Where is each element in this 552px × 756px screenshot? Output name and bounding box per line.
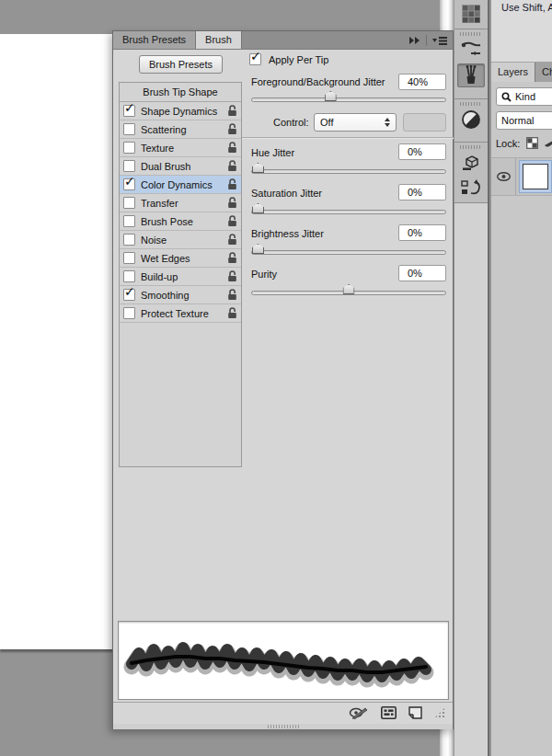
hue-jitter-slider[interactable] [251,169,446,174]
list-item-noise[interactable]: Noise [120,231,241,249]
dock-grip[interactable] [460,32,482,36]
checkbox[interactable]: ✓ [123,289,135,301]
saturation-jitter-slider-thumb[interactable] [252,203,264,213]
panel-icon-dock [454,0,489,756]
checkbox[interactable] [123,197,135,209]
unlock-icon[interactable] [227,215,237,227]
swatches-panel-icon[interactable] [457,2,485,26]
unlock-icon[interactable] [227,289,237,301]
brush-panel: Brush Presets Brush Brush Presets Brush … [112,30,454,729]
hue-jitter-label: Hue Jitter [251,147,294,158]
3d-panel-icon[interactable] [457,151,485,175]
unlock-icon[interactable] [227,197,237,209]
hue-jitter-slider-thumb[interactable] [252,163,264,173]
adjustments-panel-icon[interactable] [457,108,485,132]
purity-slider-thumb[interactable] [343,284,355,294]
saturation-jitter-value-field[interactable]: 0% [398,184,446,200]
tab-brush[interactable]: Brush [196,31,242,49]
purity-value-field[interactable]: 0% [398,265,446,281]
right-dock-column: Use Shift, Al Layers Cha Kind Normal Loc… [491,0,552,756]
apply-per-tip-checkbox[interactable]: ✓ [249,53,261,65]
tab-brush-presets[interactable]: Brush Presets [113,31,196,49]
saturation-jitter-label: Saturation Jitter [251,188,322,199]
list-item-scattering[interactable]: Scattering [120,120,241,139]
checkbox[interactable] [123,215,135,227]
list-item-transfer[interactable]: Transfer [120,194,241,212]
control-extra-field-disabled [403,113,446,132]
purity-slider[interactable] [251,291,446,295]
unlock-icon[interactable] [227,142,237,154]
layer-thumbnail-selected[interactable] [519,160,552,193]
list-item-shape-dynamics[interactable]: ✓ Shape Dynamics [120,102,241,120]
fb-jitter-slider[interactable] [251,97,446,102]
brush-panel-icon-active[interactable] [457,63,485,87]
color-dynamics-settings: ✓ Apply Per Tip Foreground/Background Ji… [242,31,454,620]
list-item-brush-pose[interactable]: Brush Pose [120,212,241,231]
panel-drag-edge[interactable] [113,724,453,729]
tab-layers[interactable]: Layers [491,63,535,82]
unlock-icon[interactable] [227,270,237,282]
brightness-jitter-label: Brightness Jitter [251,228,324,239]
lock-label: Lock: [496,138,520,149]
layers-panel-body: Kind Normal Lock: [491,82,552,756]
unlock-icon[interactable] [227,307,237,319]
tab-channels[interactable]: Cha [535,63,552,82]
dock-grip[interactable] [460,102,482,106]
tool-hint-text: Use Shift, Al [501,2,552,13]
lock-transparency-icon[interactable] [526,137,538,149]
checkbox[interactable] [123,252,135,264]
layer-visibility-toggle[interactable] [491,158,516,195]
new-brush-icon[interactable] [408,706,422,719]
unlock-icon[interactable] [227,234,237,246]
checkbox[interactable]: ✓ [123,178,135,190]
unlock-icon[interactable] [227,252,237,264]
brightness-jitter-slider-thumb[interactable] [252,244,264,254]
brush-panel-bottom-bar [113,702,453,723]
layer-filter-kind-dropdown[interactable]: Kind [496,87,552,106]
checkbox[interactable] [123,160,135,172]
list-item-color-dynamics[interactable]: ✓ Color Dynamics [120,176,241,194]
brightness-jitter-value-field[interactable]: 0% [398,224,446,241]
hue-jitter-value-field[interactable]: 0% [398,143,446,160]
checkbox[interactable] [123,270,135,282]
eye-icon [497,172,511,181]
blend-mode-dropdown[interactable]: Normal [496,111,552,130]
history-panel-icon[interactable] [457,177,485,200]
checkbox[interactable]: ✓ [123,105,135,117]
unlock-icon[interactable] [227,178,237,190]
list-item-wet-edges[interactable]: Wet Edges [120,249,241,268]
list-item-dual-brush[interactable]: Dual Brush [120,157,241,176]
control-dropdown[interactable]: Off [314,113,397,132]
purity-label: Purity [251,269,277,280]
fb-jitter-value-field[interactable]: 40% [398,74,446,90]
unlock-icon[interactable] [227,105,237,117]
checkbox[interactable] [123,307,135,319]
brush-stroke-preview [118,621,449,700]
toggle-stroke-preview-icon[interactable] [349,706,369,719]
checkbox[interactable] [123,234,135,246]
dock-grip[interactable] [460,145,482,149]
lock-image-icon[interactable] [545,138,552,149]
brush-presets-panel-icon[interactable] [457,38,485,62]
dropdown-arrows-icon [385,118,390,127]
unlock-icon[interactable] [227,123,237,135]
list-item-texture[interactable]: Texture [120,139,241,157]
saturation-jitter-slider[interactable] [251,210,446,214]
panel-resize-grip[interactable] [434,707,445,718]
layer-row[interactable] [491,157,552,196]
list-item-smoothing[interactable]: ✓ Smoothing [120,286,241,304]
checkbox[interactable] [123,142,135,154]
tool-hint-area: Use Shift, Al [491,0,552,63]
checkbox[interactable] [123,123,135,135]
fb-jitter-slider-thumb[interactable] [325,91,337,101]
list-item-build-up[interactable]: Build-up [120,268,241,286]
unlock-icon[interactable] [227,160,237,172]
brush-tip-shape-header[interactable]: Brush Tip Shape [120,83,241,102]
control-label: Control: [273,117,309,128]
fb-jitter-label: Foreground/Background Jitter [251,76,385,87]
lock-options-row: Lock: [496,137,552,149]
brightness-jitter-slider[interactable] [251,250,446,255]
preset-manager-icon[interactable] [381,706,397,719]
list-item-protect-texture[interactable]: Protect Texture [120,304,241,323]
brush-presets-button[interactable]: Brush Presets [139,55,223,74]
